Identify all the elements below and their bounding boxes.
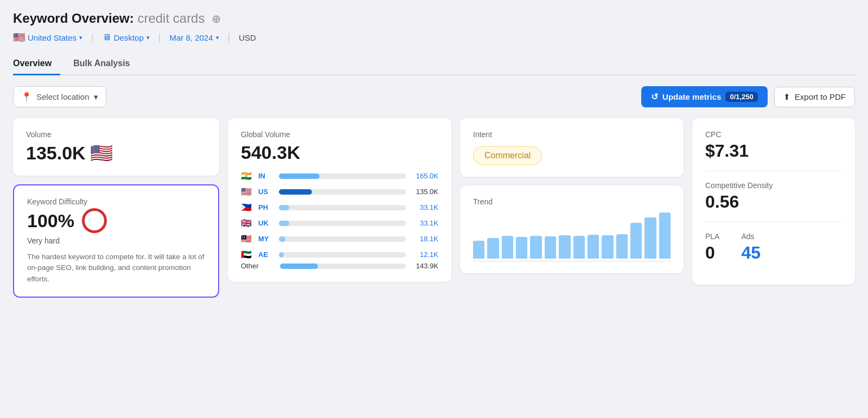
ads-value: 45 xyxy=(741,243,761,263)
cpc-value: $7.31 xyxy=(705,141,842,161)
select-location-label: Select location xyxy=(36,92,90,101)
location-label: United States xyxy=(28,33,76,42)
bar-flag: 🇵🇭 xyxy=(241,202,253,213)
bar-country: IN xyxy=(258,172,273,180)
select-location-button[interactable]: 📍 Select location ▾ xyxy=(13,86,106,107)
toolbar-row: 🇺🇸 United States ▾ | 🖥 Desktop ▾ | Mar 8… xyxy=(13,31,855,43)
location-flag: 🇺🇸 xyxy=(13,31,25,43)
bar-value: 33.1K xyxy=(411,219,438,227)
bar-country: MY xyxy=(258,235,273,243)
date-selector[interactable]: Mar 8, 2024 ▾ xyxy=(169,33,219,42)
other-bar-row: Other 143.9K xyxy=(241,262,438,270)
bar-track xyxy=(279,252,406,258)
toolbar-separator: | xyxy=(91,32,94,43)
intent-label: Intent xyxy=(473,130,671,139)
kd-value-row: 100% xyxy=(27,208,205,233)
cpc-section: CPC $7.31 xyxy=(705,130,842,171)
cpc-label: CPC xyxy=(705,130,842,139)
other-bar-track xyxy=(280,263,406,269)
add-keyword-icon[interactable]: ⊕ xyxy=(212,13,221,25)
bar-value: 12.1K xyxy=(411,250,438,259)
device-label: Desktop xyxy=(114,33,144,42)
bar-track xyxy=(279,221,406,226)
date-label: Mar 8, 2024 xyxy=(169,33,213,42)
bar-flag: 🇲🇾 xyxy=(241,234,253,244)
trend-bar xyxy=(473,241,484,259)
export-pdf-button[interactable]: ⬆ Export to PDF xyxy=(774,87,855,107)
trend-bar xyxy=(659,213,671,259)
global-volume-card: Global Volume 540.3K 🇮🇳 IN 165.0K 🇺🇸 US … xyxy=(228,118,451,282)
bar-flag: 🇮🇳 xyxy=(241,171,253,181)
trend-bar xyxy=(602,235,613,259)
kd-label: Keyword Difficulty xyxy=(27,197,205,206)
export-icon: ⬆ xyxy=(783,92,790,102)
right-metrics-card: CPC $7.31 Competitive Density 0.56 PLA 0… xyxy=(692,118,855,285)
kd-difficulty-text: Very hard xyxy=(27,236,205,245)
bar-value: 18.1K xyxy=(411,235,438,243)
trend-bar xyxy=(616,234,628,259)
refresh-icon: ↺ xyxy=(651,92,658,102)
trend-bar xyxy=(545,236,556,259)
trend-bar xyxy=(559,235,570,259)
bar-row: 🇵🇭 PH 33.1K xyxy=(241,202,438,213)
bar-country: UK xyxy=(258,219,273,227)
tab-overview[interactable]: Overview xyxy=(13,53,60,75)
left-column: Volume 135.0K 🇺🇸 Keyword Difficulty 100%… xyxy=(13,118,219,298)
pin-icon: 📍 xyxy=(21,92,32,102)
bar-fill xyxy=(279,189,312,195)
bar-country: PH xyxy=(258,203,273,211)
metrics-count-badge: 0/1,250 xyxy=(725,92,757,102)
trend-bar xyxy=(516,237,527,259)
ads-label: Ads xyxy=(741,232,761,241)
other-bar-fill xyxy=(280,263,318,269)
device-icon: 🖥 xyxy=(103,33,111,42)
page-title: Keyword Overview: credit cards ⊕ xyxy=(13,11,855,26)
pla-ads-section: PLA 0 Ads 45 xyxy=(705,222,842,273)
volume-value: 135.0K 🇺🇸 xyxy=(26,142,206,164)
bar-fill xyxy=(279,221,289,226)
volume-label: Volume xyxy=(26,130,206,139)
intent-card: Intent Commercial xyxy=(460,118,684,177)
bar-country: US xyxy=(258,188,273,196)
kd-description: The hardest keyword to compete for. It w… xyxy=(27,252,205,285)
trend-chart xyxy=(473,213,671,261)
device-selector[interactable]: 🖥 Desktop ▾ xyxy=(103,33,150,42)
location-select-caret-icon: ▾ xyxy=(94,92,98,102)
bar-fill xyxy=(279,173,320,179)
export-label: Export to PDF xyxy=(795,92,846,101)
global-volume-label: Global Volume xyxy=(241,130,438,139)
trend-bar xyxy=(644,217,656,259)
bar-track xyxy=(279,189,406,195)
location-selector[interactable]: 🇺🇸 United States ▾ xyxy=(13,31,82,43)
trend-card: Trend xyxy=(460,185,684,273)
bar-row: 🇮🇳 IN 165.0K xyxy=(241,171,438,181)
volume-card: Volume 135.0K 🇺🇸 xyxy=(13,118,219,176)
update-metrics-label: Update metrics xyxy=(662,92,721,101)
bar-row: 🇺🇸 US 135.0K xyxy=(241,187,438,197)
competitive-density-value: 0.56 xyxy=(705,192,842,212)
bar-flag: 🇺🇸 xyxy=(241,187,253,197)
page-header: Keyword Overview: credit cards ⊕ 🇺🇸 Unit… xyxy=(13,11,855,43)
country-bar-list: 🇮🇳 IN 165.0K 🇺🇸 US 135.0K 🇵🇭 PH 33.1K 🇬🇧… xyxy=(241,171,438,260)
bar-value: 135.0K xyxy=(411,188,438,196)
filter-actions: ↺ Update metrics 0/1,250 ⬆ Export to PDF xyxy=(641,86,855,107)
location-caret-icon: ▾ xyxy=(79,34,82,41)
competitive-density-label: Competitive Density xyxy=(705,181,842,190)
tabs-row: Overview Bulk Analysis xyxy=(13,53,855,75)
bar-row: 🇲🇾 MY 18.1K xyxy=(241,234,438,244)
pla-label: PLA xyxy=(705,232,719,241)
tab-bulk-analysis[interactable]: Bulk Analysis xyxy=(73,53,138,75)
bar-flag: 🇬🇧 xyxy=(241,218,253,228)
bar-track xyxy=(279,173,406,179)
trend-bar xyxy=(588,235,599,259)
bar-flag: 🇦🇪 xyxy=(241,249,253,260)
update-metrics-button[interactable]: ↺ Update metrics 0/1,250 xyxy=(641,86,768,107)
cards-grid: Volume 135.0K 🇺🇸 Keyword Difficulty 100%… xyxy=(13,118,855,298)
currency-label: USD xyxy=(239,33,256,42)
other-bar-value: 143.9K xyxy=(411,262,438,270)
filter-row: 📍 Select location ▾ ↺ Update metrics 0/1… xyxy=(13,86,855,107)
bar-country: AE xyxy=(258,250,273,259)
pla-value: 0 xyxy=(705,243,719,263)
volume-flag: 🇺🇸 xyxy=(90,142,113,164)
other-label: Other xyxy=(241,262,275,270)
